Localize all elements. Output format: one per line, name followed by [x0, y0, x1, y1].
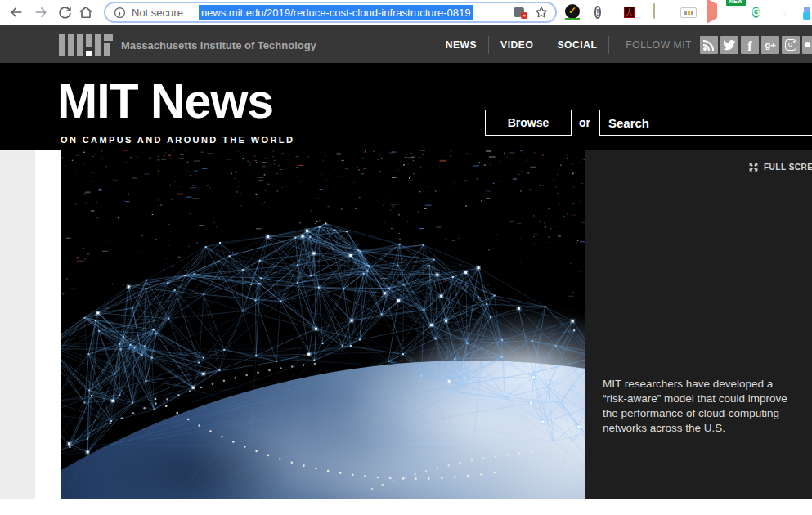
back-button[interactable]	[7, 2, 26, 22]
left-margin-rail	[0, 150, 35, 499]
omnibox-divider	[191, 6, 191, 19]
nav-video[interactable]: VIDEO	[489, 39, 545, 51]
extension-adobe-acrobat-icon[interactable]: 人	[623, 4, 639, 20]
bookmark-star-icon[interactable]	[534, 5, 549, 20]
forward-button[interactable]	[31, 2, 51, 22]
mit-logo[interactable]	[59, 34, 113, 56]
search-input[interactable]	[599, 110, 812, 136]
home-button[interactable]	[76, 2, 96, 22]
forward-arrow-icon	[33, 4, 49, 20]
site-header: Massachusetts Institute of Technology NE…	[0, 25, 812, 63]
home-icon	[78, 4, 94, 20]
reload-button[interactable]	[55, 2, 74, 22]
mit-news-banner: MIT News ON CAMPUS AND AROUND THE WORLD …	[0, 63, 812, 150]
site-title[interactable]: MIT News	[57, 78, 273, 126]
network-mesh-overlay	[61, 150, 585, 499]
extension-grammarly-icon[interactable]: G	[752, 4, 769, 20]
browse-button[interactable]: Browse	[485, 110, 572, 136]
content-blocked-icon[interactable]: ×	[514, 7, 527, 19]
instagram-icon[interactable]	[782, 36, 800, 54]
url-text[interactable]: news.mit.edu/2019/reduce-cost-cloud-infr…	[199, 5, 473, 20]
extension-warning-icon[interactable]: !	[594, 4, 611, 20]
header-nav: NEWS VIDEO SOCIAL FOLLOW MIT f g+	[434, 25, 812, 63]
google-plus-icon[interactable]: g+	[761, 36, 779, 54]
fullscreen-button[interactable]: FULL SCREEN	[748, 162, 812, 172]
caption-panel: FULL SCREEN MIT researchers have develop…	[585, 150, 812, 499]
extension-text-expander-icon[interactable]	[680, 4, 697, 20]
fullscreen-label: FULL SCREEN	[764, 163, 812, 172]
nav-news[interactable]: NEWS	[434, 39, 488, 51]
extension-pink-arrow-icon[interactable]	[705, 4, 721, 20]
institution-name: Massachusetts Institute of Technology	[121, 39, 316, 52]
twitter-icon[interactable]	[720, 36, 738, 54]
follow-mit-label: FOLLOW MIT	[609, 39, 700, 51]
browser-toolbar: Not secure news.mit.edu/2019/reduce-cost…	[0, 0, 812, 25]
article-hero-section: FULL SCREEN MIT researchers have develop…	[0, 150, 812, 515]
or-label: or	[579, 116, 590, 129]
info-icon[interactable]	[114, 7, 126, 19]
hero-image	[61, 150, 585, 499]
site-tagline: ON CAMPUS AND AROUND THE WORLD	[61, 135, 294, 145]
nav-social[interactable]: SOCIAL	[545, 39, 608, 51]
extension-notebook-icon[interactable]	[653, 4, 669, 20]
reload-icon	[57, 5, 73, 20]
fullscreen-expand-icon	[748, 162, 759, 172]
security-label: Not secure	[132, 7, 183, 19]
address-bar[interactable]: Not secure news.mit.edu/2019/reduce-cost…	[104, 2, 557, 23]
new-badge: NEW	[726, 0, 746, 6]
flickr-icon[interactable]	[802, 36, 812, 54]
blocked-badge: ×	[521, 12, 527, 19]
extension-blue-bookmark-icon[interactable]	[801, 4, 812, 20]
image-caption: MIT researchers have developed a “risk-a…	[603, 377, 799, 436]
extension-norton-icon[interactable]: ✓	[564, 4, 581, 20]
facebook-icon[interactable]: f	[741, 36, 759, 54]
social-icons: f g+	[700, 36, 812, 54]
extensions-strip: ✓ ! 人 NEW G	[563, 0, 812, 25]
extension-lightbulb-icon[interactable]	[777, 4, 793, 20]
back-arrow-icon	[8, 4, 25, 20]
rss-icon[interactable]	[700, 36, 718, 54]
